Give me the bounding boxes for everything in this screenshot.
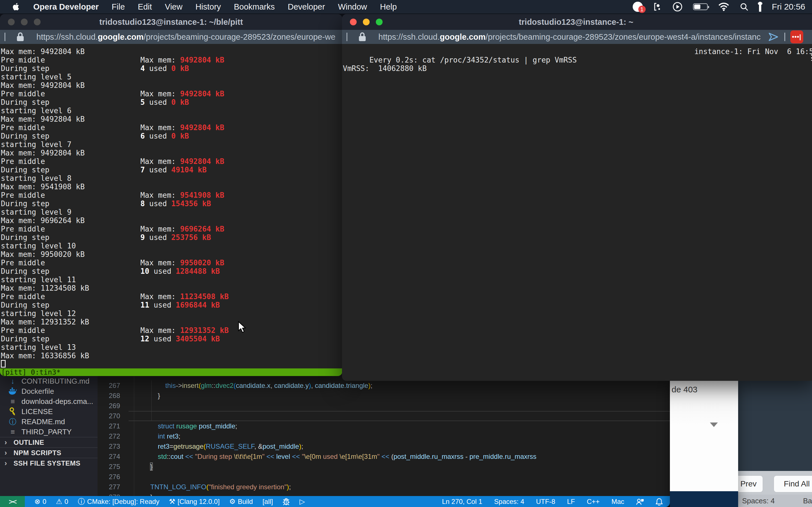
status-item-cmake-debug-ready[interactable]: ⓘCMake: [Debug]: Ready	[78, 497, 159, 506]
battery-icon[interactable]	[693, 3, 708, 10]
line-number: 273	[100, 441, 120, 452]
left-window-toolbar: https://ssh.cloud.google.com/projects/be…	[0, 30, 342, 44]
code-line-275: 275}	[98, 462, 670, 472]
menu-item-window[interactable]: Window	[338, 2, 367, 11]
bell-icon	[656, 498, 663, 506]
terminal-line: Max mem: 9950020 kB	[0, 250, 342, 259]
status-item--all-[interactable]: [all]	[262, 498, 273, 506]
menu-item-bookmarks[interactable]: Bookmarks	[234, 2, 274, 11]
terminal-line: Pre middleMax mem: 9541908 kB	[0, 191, 342, 200]
status-item-mac[interactable]: Mac	[612, 498, 624, 506]
terminal-line: Max mem: 16336856 kB	[0, 351, 342, 360]
spaces-indicator[interactable]: Spaces: 4	[742, 497, 775, 505]
sidebar-section-npm-scripts[interactable]: ›NPM SCRIPTS	[0, 447, 98, 458]
status-item[interactable]	[636, 498, 644, 505]
play-circle-icon[interactable]	[673, 2, 682, 11]
right-window-title: tridostudio123@instance-1: ~	[342, 17, 810, 27]
line-number: 270	[100, 411, 120, 421]
left-address-bar[interactable]: https://ssh.cloud.google.com/projects/be…	[36, 33, 336, 42]
sidebar-file-third-party[interactable]: ≡THIRD_PARTY	[0, 427, 98, 437]
menu-item-help[interactable]: Help	[380, 2, 397, 11]
vscode-sidebar[interactable]: ↓CONTRIBUTING.mdDockerfile≡download-deps…	[0, 371, 98, 496]
sidebar-file-license[interactable]: LICENSE	[0, 406, 98, 416]
menu-app-name[interactable]: Opera Developer	[33, 2, 99, 11]
status-item-0[interactable]: ⊗0	[35, 497, 46, 506]
password-extension-icon[interactable]: •••|	[790, 31, 803, 43]
apple-logo-icon[interactable]	[11, 3, 22, 11]
line-number: 269	[100, 401, 120, 411]
terminal-line: Pre middleMax mem: 9950020 kB	[0, 259, 342, 267]
right-address-bar[interactable]: https://ssh.cloud.google.com/projects/be…	[378, 33, 761, 42]
menu-item-file[interactable]: File	[112, 2, 125, 11]
download-arrow-icon: ↓	[8, 377, 17, 386]
status-item--clang-12-0-0-[interactable]: ⚒[Clang 12.0.0]	[169, 497, 220, 506]
docker-whale-icon	[8, 388, 17, 395]
info-circle-icon: ⓘ	[8, 417, 17, 427]
line-number: 268	[100, 391, 120, 401]
toolbar-separator	[347, 33, 347, 41]
terminal-line: Pre middleMax mem: 9492804 kB	[0, 123, 342, 132]
terminal-line: Pre middleMax mem: 11234508 kB	[0, 292, 342, 301]
terminal-line: Pre middleMax mem: 9696264 kB	[0, 225, 342, 233]
menu-item-history[interactable]: History	[195, 2, 221, 11]
sidebar-file-dockerfile[interactable]: Dockerfile	[0, 386, 98, 396]
terminal-line: During step10 used 1284488 kB	[0, 267, 342, 276]
line-number: 271	[100, 421, 120, 431]
lock-icon[interactable]	[16, 32, 24, 42]
vmrss-output: VmRSS: 14062880 kB	[342, 64, 812, 73]
code-line-269: 269	[98, 401, 670, 411]
lock-icon[interactable]	[358, 32, 366, 42]
menu-bar-clock[interactable]: Fri 20:56	[772, 2, 805, 11]
status-item[interactable]	[656, 498, 663, 506]
status-item-lf[interactable]: LF	[567, 498, 575, 506]
menu-items: Opera DeveloperFileEditViewHistoryBookma…	[22, 2, 397, 11]
status-item-0[interactable]: ⚠0	[56, 497, 68, 506]
dropdown-caret-icon[interactable]	[710, 422, 718, 427]
menu-item-edit[interactable]: Edit	[138, 2, 152, 11]
macos-menu-bar: Opera DeveloperFileEditViewHistoryBookma…	[0, 0, 812, 13]
sidebar-file-contributing-md[interactable]: ↓CONTRIBUTING.md	[0, 376, 98, 386]
status-item-spaces-4[interactable]: Spaces: 4	[494, 498, 524, 506]
status-right-text: Ba	[803, 497, 812, 505]
status-item-ln-270-col-1[interactable]: Ln 270, Col 1	[442, 498, 483, 506]
control-center-icon[interactable]	[759, 2, 761, 11]
find-buttons-panel: d Prev Find All Spaces: 4 Ba	[738, 471, 812, 507]
sidebar-file-readme-md[interactable]: ⓘREADME.md	[0, 416, 98, 427]
status-item-c++[interactable]: C++	[587, 498, 599, 506]
left-window-titlebar[interactable]: tridostudio123@instance-1: ~/ble/pitt	[0, 14, 342, 30]
find-all-button[interactable]: Find All	[774, 475, 812, 492]
terminal-line: starting level 5	[0, 73, 342, 81]
opera-notification-icon[interactable]: 1	[633, 2, 643, 12]
send-arrow-icon[interactable]	[768, 32, 779, 42]
terminal-block-cursor	[1, 360, 6, 368]
menu-item-developer[interactable]: Developer	[288, 2, 325, 11]
right-terminal-output[interactable]: Every 0.2s: cat /proc/34352/status | gre…	[342, 44, 812, 381]
bracket-record-icon[interactable]	[654, 2, 662, 11]
code-line-274: 274 std::cout << "During step \t\t\t\e[1…	[98, 452, 670, 462]
wifi-icon[interactable]	[718, 3, 729, 11]
terminal-line: starting level 7	[0, 140, 342, 149]
terminal-line: Max mem: 9541908 kB	[0, 182, 342, 191]
status-item-utf-8[interactable]: UTF-8	[536, 498, 555, 506]
terminal-line: Pre middleMax mem: 9492804 kB	[0, 56, 342, 64]
vscode-editor[interactable]: 267 this->insert(glm::dvec2(candidate.x,…	[98, 371, 670, 496]
terminal-line: During step8 used 154356 kB	[0, 200, 342, 208]
sidebar-file-download-deps-cma-[interactable]: ≡download-deps.cma...	[0, 396, 98, 406]
status-item[interactable]	[283, 498, 290, 505]
dropdown-popup[interactable]: de 403	[670, 381, 738, 507]
menu-item-view[interactable]: View	[165, 2, 183, 11]
sidebar-section-ssh-file-systems[interactable]: ›SSH FILE SYSTEMS	[0, 458, 98, 468]
tmux-status-bar: [pitt] 0:tin3*	[0, 369, 342, 376]
line-number: 272	[100, 431, 120, 441]
remote-indicator[interactable]: ><	[0, 496, 25, 507]
file-explorer: ↓CONTRIBUTING.mdDockerfile≡download-deps…	[0, 371, 98, 437]
status-item-build[interactable]: ⚙Build	[229, 497, 253, 506]
sidebar-section-outline[interactable]: ›OUTLINE	[0, 437, 98, 447]
status-item[interactable]: ▷	[299, 497, 305, 506]
search-icon[interactable]	[740, 3, 748, 11]
popup-footer	[670, 491, 738, 507]
left-terminal-output[interactable]: Max mem: 9492804 kBPre middleMax mem: 94…	[0, 44, 342, 369]
right-window-titlebar[interactable]: tridostudio123@instance-1: ~	[342, 14, 812, 30]
feedback-icon	[636, 498, 644, 505]
tools-icon: ⚒	[169, 497, 175, 506]
